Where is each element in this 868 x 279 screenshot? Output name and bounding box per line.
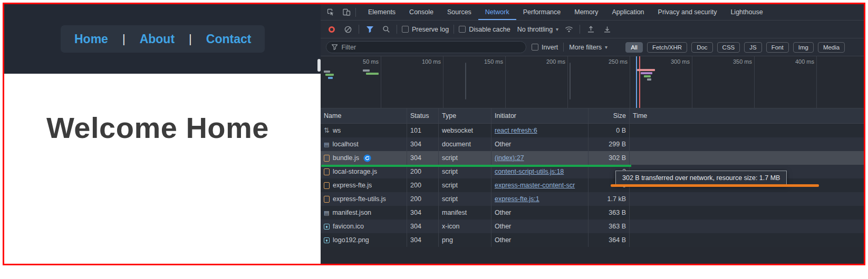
time-cell [630, 137, 864, 151]
initiator-link[interactable]: express-master-content-scr [495, 182, 575, 189]
tab-application[interactable]: Application [605, 4, 651, 20]
table-row-express-fte-utils-js[interactable]: express-fte-utils.js200scriptexpress-fte… [321, 192, 864, 206]
status-cell: 304 [407, 220, 439, 233]
filter-chip-doc[interactable]: Doc [691, 42, 712, 53]
table-row-favicon-ico[interactable]: favicon.ico304x-iconOther363 B [321, 220, 864, 233]
nav-link-contact[interactable]: Contact [206, 32, 252, 46]
tab-performance[interactable]: Performance [516, 4, 568, 20]
size-cell: 364 B [589, 233, 630, 247]
filter-row: Invert More filters ▾ AllFetch/XHRDocCSS… [321, 38, 864, 56]
initiator-link[interactable]: content-script-utils.js:18 [495, 168, 564, 175]
nav-link-home[interactable]: Home [74, 32, 108, 46]
disable-cache-checkbox[interactable]: Disable cache [459, 26, 510, 33]
table-row-localhost[interactable]: ▤localhost304documentOther299 B [321, 137, 864, 151]
table-row-bundle-js[interactable]: bundle.js304script(index):27302 B [321, 151, 864, 165]
tab-console[interactable]: Console [402, 4, 440, 20]
table-row-ws[interactable]: ⇅ws101websocketreact refresh:60 B [321, 124, 864, 137]
annotation-green-underline [321, 165, 631, 167]
waterfall-bar [570, 63, 571, 99]
column-header-name[interactable]: Name [321, 108, 407, 123]
search-icon[interactable] [380, 24, 392, 35]
timeline-tick-label: 100 ms [404, 58, 441, 65]
device-toolbar-icon[interactable] [340, 5, 353, 19]
filter-chip-css[interactable]: CSS [717, 42, 740, 53]
devtools-tabs: ElementsConsoleSourcesNetworkPerformance… [361, 4, 770, 20]
timeline-gridline [816, 56, 817, 108]
page-scrollbar-thumb[interactable] [317, 59, 321, 72]
page-body: Welcome Home [4, 74, 321, 145]
timeline-gridline [692, 56, 692, 108]
filter-chip-js[interactable]: JS [744, 42, 761, 53]
tab-memory[interactable]: Memory [567, 4, 605, 20]
timeline-gridline [505, 56, 506, 108]
image-icon [324, 224, 330, 230]
invert-checkbox[interactable]: Invert [532, 44, 558, 51]
name-cell: favicon.ico [321, 220, 407, 233]
column-header-type[interactable]: Type [439, 108, 491, 123]
time-cell [630, 233, 864, 247]
timeline-tick-label: 250 ms [591, 58, 628, 65]
filter-chip-media[interactable]: Media [818, 42, 845, 53]
column-header-time[interactable]: Time [630, 108, 864, 123]
status-cell: 200 [407, 178, 439, 192]
type-cell: script [439, 151, 491, 165]
timeline-gridline [754, 56, 755, 108]
filter-chip-all[interactable]: All [625, 42, 643, 53]
initiator-link[interactable]: express-fte.js:1 [495, 195, 539, 203]
filter-input-wrapper [326, 41, 526, 53]
network-overview-timeline[interactable]: 50 ms100 ms150 ms200 ms250 ms300 ms350 m… [321, 56, 864, 108]
export-har-icon[interactable] [601, 24, 613, 35]
type-cell: script [439, 192, 491, 206]
initiator-cell: express-fte.js:1 [491, 192, 589, 206]
timeline-tick-label: 350 ms [715, 58, 752, 65]
name-cell: bundle.js [321, 151, 407, 165]
tab-sources[interactable]: Sources [440, 4, 478, 20]
waterfall-bar [325, 74, 334, 76]
initiator-link[interactable]: react refresh:6 [495, 127, 537, 134]
funnel-icon [332, 44, 337, 50]
table-row-manifest-json[interactable]: ▤manifest.json304manifestOther363 B [321, 206, 864, 220]
column-header-status[interactable]: Status [407, 108, 439, 123]
filter-toggle-icon[interactable] [364, 24, 375, 35]
type-cell: websocket [439, 124, 491, 137]
record-button[interactable] [326, 24, 337, 35]
script-icon [324, 196, 330, 203]
preserve-log-checkbox[interactable]: Preserve log [402, 26, 449, 33]
filter-chip-fetch-xhr[interactable]: Fetch/XHR [647, 42, 687, 53]
initiator-text: Other [495, 141, 511, 148]
tab-network[interactable]: Network [478, 4, 516, 20]
table-header: NameStatusTypeInitiatorSizeTime [321, 108, 864, 124]
clear-icon[interactable] [342, 24, 354, 35]
filter-chip-img[interactable]: Img [793, 42, 814, 53]
size-tooltip: 302 B transferred over network, resource… [615, 171, 787, 185]
filter-input[interactable] [341, 44, 520, 51]
network-conditions-icon[interactable] [563, 24, 575, 35]
waterfall-bar [363, 69, 370, 72]
nav-link-about[interactable]: About [140, 32, 175, 46]
script-icon [324, 182, 330, 189]
name-cell: ▤manifest.json [321, 206, 407, 220]
tab-lighthouse[interactable]: Lighthouse [724, 4, 769, 20]
time-cell [630, 220, 864, 233]
preserve-log-label: Preserve log [412, 26, 449, 33]
import-har-icon[interactable] [585, 24, 596, 35]
more-filters-dropdown[interactable]: More filters ▾ [569, 44, 607, 51]
table-row-logo192-png[interactable]: logo192.png304pngOther364 B [321, 233, 864, 247]
column-header-initiator[interactable]: Initiator [491, 108, 589, 123]
throttling-select[interactable]: No throttling ▾ [517, 26, 558, 33]
status-cell: 101 [407, 124, 439, 137]
filter-chip-font[interactable]: Font [766, 42, 789, 53]
column-header-size[interactable]: Size [589, 108, 630, 123]
nav-bar: Home|About|Contact [61, 25, 265, 53]
tab-privacy-and-security[interactable]: Privacy and security [651, 4, 724, 20]
initiator-link[interactable]: (index):27 [495, 154, 524, 162]
timeline-gridline [381, 56, 381, 108]
name-cell: express-fte.js [321, 178, 407, 192]
inspect-icon[interactable] [324, 5, 337, 19]
ws-icon: ⇅ [324, 124, 330, 137]
tab-elements[interactable]: Elements [361, 4, 402, 20]
size-cell: 299 B [589, 137, 630, 151]
name-cell: ▤localhost [321, 137, 407, 151]
type-cell: png [439, 233, 491, 247]
timeline-gridline [443, 56, 443, 108]
